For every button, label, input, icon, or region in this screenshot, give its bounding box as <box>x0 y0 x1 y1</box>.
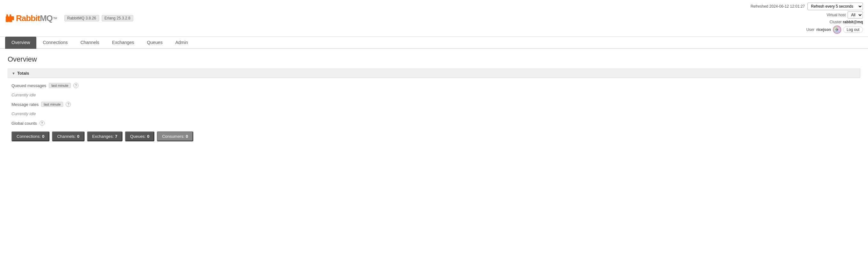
channels-count-label: Channels: <box>57 134 76 139</box>
channels-count-badge[interactable]: Channels: 0 <box>52 132 85 141</box>
avatar: ✈ <box>833 26 841 34</box>
queued-messages-idle: Currently idle <box>8 91 860 99</box>
nav-tab-connections[interactable]: Connections <box>36 37 74 49</box>
queues-count-badge[interactable]: Queues: 0 <box>125 132 154 141</box>
virtual-host-label: Virtual host <box>827 13 846 17</box>
main-content: Overview ▼ Totals Queued messages last m… <box>0 49 868 151</box>
channels-count-value: 0 <box>77 134 80 139</box>
logo-rabbit-text: Rabbit <box>16 13 40 23</box>
user-value: ricejson <box>816 27 831 32</box>
logo-area: RabbitMQTM RabbitMQ 3.8.26 Erlang 25.3.2… <box>5 13 133 23</box>
nav-tab-overview[interactable]: Overview <box>5 37 36 49</box>
nav-tab-channels[interactable]: Channels <box>74 37 105 49</box>
refresh-select[interactable]: Refresh every 5 seconds No refresh Refre… <box>807 3 863 10</box>
queues-count-value: 0 <box>147 134 149 139</box>
rabbitmq-logo: RabbitMQTM <box>5 13 57 23</box>
svg-rect-1 <box>6 15 8 18</box>
connections-count-value: 0 <box>42 134 44 139</box>
exchanges-count-label: Exchanges: <box>92 134 114 139</box>
virtual-host-select[interactable]: All <box>847 11 863 19</box>
avatar-icon: ✈ <box>835 27 839 32</box>
totals-section-header[interactable]: ▼ Totals <box>8 68 860 78</box>
connections-count-badge[interactable]: Connections: 0 <box>11 132 50 141</box>
exchanges-count-value: 7 <box>115 134 117 139</box>
queued-messages-help-icon[interactable]: ? <box>73 83 79 88</box>
cluster-label: Cluster <box>830 20 842 24</box>
user-label: User <box>806 27 814 32</box>
consumers-count-value: 0 <box>186 134 188 139</box>
message-rates-row: Message rates last minute ? <box>8 99 860 109</box>
nav-bar: Overview Connections Channels Exchanges … <box>0 37 868 49</box>
version-badges: RabbitMQ 3.8.26 Erlang 25.3.2.8 <box>64 15 133 21</box>
message-rates-tag[interactable]: last minute <box>41 102 63 107</box>
queued-messages-row: Queued messages last minute ? <box>8 80 860 91</box>
queues-count-label: Queues: <box>130 134 146 139</box>
logo-tm-text: TM <box>53 17 57 20</box>
consumers-count-label: Consumers: <box>162 134 184 139</box>
logo-mq-text: MQ <box>40 13 53 23</box>
page-title: Overview <box>8 55 860 63</box>
erlang-version-badge: Erlang 25.3.2.8 <box>102 15 133 21</box>
cluster-row: Cluster rabbit@mq <box>830 20 863 24</box>
logout-button[interactable]: Log out <box>843 26 863 33</box>
global-counts-row: Global counts ? <box>8 118 860 128</box>
consumers-count-badge[interactable]: Consumers: 0 <box>157 132 193 141</box>
nav-tab-admin[interactable]: Admin <box>169 37 194 49</box>
global-counts-label: Global counts <box>11 121 37 126</box>
vhost-row: Virtual host All <box>827 11 863 19</box>
message-rates-label: Message rates <box>11 102 39 107</box>
top-bar: RabbitMQTM RabbitMQ 3.8.26 Erlang 25.3.2… <box>0 0 868 37</box>
exchanges-count-badge[interactable]: Exchanges: 7 <box>87 132 122 141</box>
nav-tab-exchanges[interactable]: Exchanges <box>105 37 140 49</box>
top-right-panel: Refreshed 2024-06-12 12:01:27 Refresh ev… <box>751 3 863 34</box>
rabbit-icon <box>5 13 15 23</box>
section-collapse-arrow: ▼ <box>12 72 15 75</box>
global-counts-help-icon[interactable]: ? <box>39 121 44 126</box>
queued-messages-label: Queued messages <box>11 83 46 88</box>
refresh-timestamp: Refreshed 2024-06-12 12:01:27 <box>751 4 805 9</box>
counts-row: Connections: 0 Channels: 0 Exchanges: 7 … <box>8 128 860 144</box>
user-row: User ricejson ✈ Log out <box>806 26 863 34</box>
message-rates-idle: Currently idle <box>8 109 860 118</box>
nav-tab-queues[interactable]: Queues <box>141 37 169 49</box>
svg-rect-4 <box>12 20 14 22</box>
refresh-row: Refreshed 2024-06-12 12:01:27 Refresh ev… <box>751 3 863 10</box>
rabbitmq-version-badge: RabbitMQ 3.8.26 <box>64 15 99 21</box>
connections-count-label: Connections: <box>17 134 41 139</box>
message-rates-help-icon[interactable]: ? <box>66 102 71 107</box>
totals-section-title: Totals <box>17 71 29 76</box>
cluster-value: rabbit@mq <box>843 20 863 24</box>
queued-messages-tag[interactable]: last minute <box>49 83 71 88</box>
